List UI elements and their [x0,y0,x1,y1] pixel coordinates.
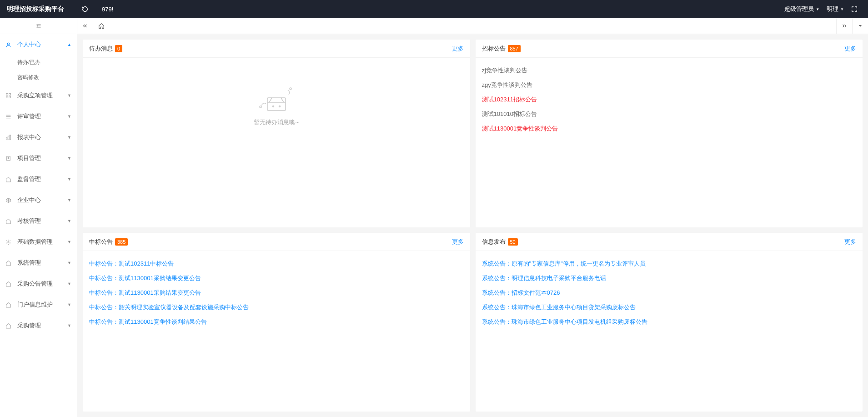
panel-body: zj竞争性谈判公告zgy竞争性谈判公告测试102311招标公告测试101010招… [476,58,863,141]
svg-point-14 [290,88,291,90]
refresh-button[interactable] [77,6,93,12]
list-item[interactable]: zgy竞争性谈判公告 [482,78,857,92]
list-item[interactable]: 测试102311招标公告 [482,92,857,107]
tabs-menu-button[interactable] [852,18,868,34]
svg-rect-5 [6,137,7,139]
list-item[interactable]: 系统公告：招标文件范本0726 [482,286,857,300]
chevron-icon: ▼ [67,156,71,161]
list-item[interactable]: 中标公告：测试1130001采购结果变更公告 [89,271,464,286]
menu-label: 系统管理 [17,259,67,267]
menu-label: 个人中心 [17,40,67,49]
sidebar-item[interactable]: 监督管理▼ [0,169,77,190]
panel-todo: 待办消息 0 更多 [83,40,470,227]
count-badge: 0 [115,45,122,52]
sidebar-item[interactable]: 个人中心▲ [0,34,77,55]
refresh-icon [82,6,88,12]
svg-point-9 [8,241,9,242]
svg-rect-4 [9,96,11,98]
menu-icon [5,176,14,182]
empty-state: 暂无待办消息噢~ [89,63,464,145]
sidebar-item[interactable]: 采购公告管理▼ [0,273,77,294]
sidebar-item[interactable]: 项目管理▼ [0,148,77,169]
user-dropdown[interactable]: 明理 ▼ [823,5,848,13]
svg-point-11 [272,106,274,107]
sidebar-menu: 个人中心▲待办/已办密码修改采购立项管理▼评审管理▼报表中心▼项目管理▼监督管理… [0,34,77,336]
caret-down-icon: ▼ [840,7,844,11]
menu-icon [5,239,14,245]
panel-body: 暂无待办消息噢~ [83,58,470,151]
sidebar-item[interactable]: 采购管理▼ [0,315,77,336]
menu-label: 采购管理 [17,322,67,330]
list-item[interactable]: 系统公告：明理信息科技电子采购平台服务电话 [482,271,857,286]
panel-tender: 招标公告 857 更多 zj竞争性谈判公告zgy竞争性谈判公告测试102311招… [476,40,863,227]
chevron-icon: ▼ [67,114,71,119]
menu-icon [5,156,14,161]
sidebar-subitem[interactable]: 密码修改 [0,70,77,85]
list-item[interactable]: 系统公告：珠海市绿色工业服务中心项目货架采购废标公告 [482,300,857,315]
panel-header: 信息发布 50 更多 [476,233,863,251]
menu-label: 考核管理 [17,217,67,225]
chevron-down-icon [858,24,863,28]
sidebar-collapse-button[interactable] [0,18,77,34]
menu-icon [5,302,14,308]
app-logo: 明理招投标采购平台 [7,5,77,13]
panel-header: 待办消息 0 更多 [83,40,470,58]
panel-body: 系统公告：原有的"专家信息库"停用，统一更名为专业评审人员系统公告：明理信息科技… [476,251,863,335]
tab-bar [77,18,868,34]
more-link[interactable]: 更多 [844,238,856,246]
list-item[interactable]: 测试1130001竞争性谈判公告 [482,121,857,136]
list-item[interactable]: 中标公告：测试1130001竞争性谈判结果公告 [89,315,464,329]
sidebar-item[interactable]: 门户信息维护▼ [0,294,77,315]
panel-title: 中标公告 [89,238,113,246]
menu-icon [5,218,14,224]
svg-point-12 [279,106,280,107]
svg-point-13 [260,106,261,108]
sidebar-item[interactable]: 考核管理▼ [0,211,77,231]
empty-box-icon [256,82,297,114]
panel-header: 中标公告 385 更多 [83,233,470,251]
menu-label: 评审管理 [17,112,67,121]
tab-home[interactable] [93,18,109,34]
list-item[interactable]: 中标公告：测试102311中标公告 [89,256,464,271]
home-icon [98,23,105,29]
tabs-next-button[interactable] [836,18,852,34]
more-link[interactable]: 更多 [844,45,856,53]
panel-title: 信息发布 [482,238,506,246]
svg-rect-6 [8,136,9,140]
chevron-icon: ▼ [67,177,71,181]
sidebar-item[interactable]: 评审管理▼ [0,106,77,127]
chevron-icon: ▼ [67,281,71,286]
menu-icon [5,93,14,99]
more-link[interactable]: 更多 [452,45,464,53]
svg-rect-1 [6,93,8,95]
sidebar-item[interactable]: 报表中心▼ [0,127,77,148]
list-item[interactable]: 中标公告：韶关明理实验室仪器设备及配套设施采购中标公告 [89,300,464,315]
role-dropdown[interactable]: 超级管理员 ▼ [781,5,823,13]
list-item[interactable]: 系统公告：珠海市绿色工业服务中心项目发电机组采购废标公告 [482,315,857,329]
menu-icon [5,260,14,266]
count-badge: 50 [508,238,518,246]
fullscreen-button[interactable] [848,6,861,12]
menu-label: 门户信息维护 [17,301,67,309]
menu-icon [5,42,14,48]
menu-label: 报表中心 [17,133,67,141]
list-item[interactable]: zj竞争性谈判公告 [482,63,857,78]
list-item[interactable]: 系统公告：原有的"专家信息库"停用，统一更名为专业评审人员 [482,256,857,271]
menu-label: 企业中心 [17,196,67,204]
chevrons-right-icon [841,23,848,29]
list-item[interactable]: 中标公告：测试1130001采购结果变更公告 [89,286,464,300]
main-area: 待办消息 0 更多 [77,18,868,417]
tabs-prev-button[interactable] [77,18,93,34]
panel-info: 信息发布 50 更多 系统公告：原有的"专家信息库"停用，统一更名为专业评审人员… [476,233,863,412]
sidebar-item[interactable]: 企业中心▼ [0,190,77,211]
list-item[interactable]: 测试101010招标公告 [482,107,857,121]
chevron-icon: ▼ [67,219,71,223]
sidebar-subitem[interactable]: 待办/已办 [0,55,77,70]
svg-rect-7 [10,135,10,140]
more-link[interactable]: 更多 [452,238,464,246]
menu-icon [5,135,14,141]
chevron-icon: ▼ [67,302,71,307]
sidebar-item[interactable]: 采购立项管理▼ [0,85,77,106]
sidebar-item[interactable]: 基础数据管理▼ [0,231,77,252]
sidebar-item[interactable]: 系统管理▼ [0,252,77,273]
